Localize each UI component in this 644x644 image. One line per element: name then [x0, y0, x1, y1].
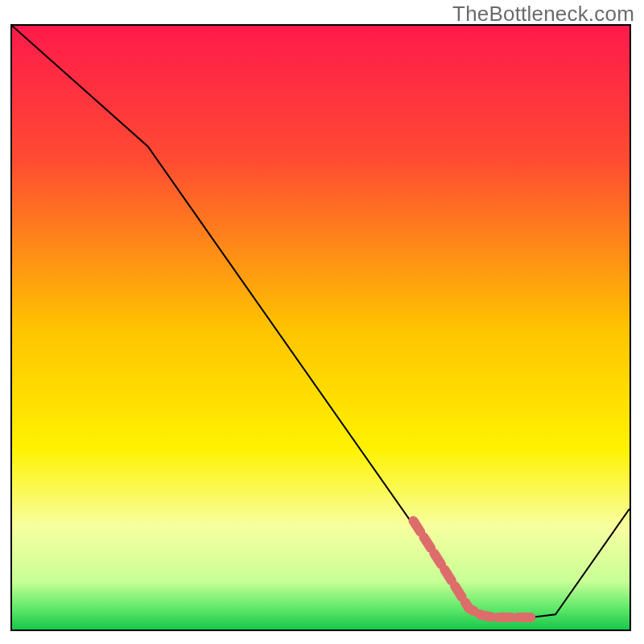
bottleneck-chart [0, 0, 644, 644]
watermark-text: TheBottleneck.com [452, 2, 634, 27]
chart-container: TheBottleneck.com [0, 0, 644, 644]
plot-background [12, 26, 630, 630]
